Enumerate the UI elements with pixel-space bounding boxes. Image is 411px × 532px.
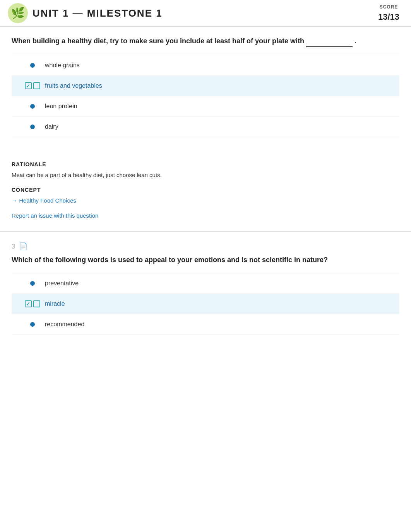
answer-text: dairy [45,122,58,131]
answer-marker [27,298,38,309]
bookmark-icon[interactable]: 📄 [19,241,27,252]
question2-number: 3 [12,242,15,251]
question2-text: Which of the following words is used to … [12,255,399,265]
answer-item[interactable]: fruits and vegetables [12,76,399,96]
dot-icon [30,104,35,109]
rationale-text: Meat can be a part of a healthy diet, ju… [12,171,399,180]
answer-text: fruits and vegetables [45,81,102,90]
check-square-icon [33,82,40,89]
check-icon-group [25,300,40,307]
answer-item[interactable]: dairy [12,117,399,137]
answer-item[interactable]: whole grains [12,55,399,76]
question1-section: When building a healthy diet, try to mak… [0,27,411,151]
answer-text: preventative [45,279,79,288]
answer-text: lean protein [45,102,77,111]
logo-circle: 🌿 [8,3,28,23]
answer-marker [27,278,38,289]
concept-link-text: Healthy Food Choices [19,197,76,204]
question2-answer-list: preventative miracle recommended [12,273,399,335]
logo-leaf-icon: 🌿 [11,5,25,21]
question1-answer-list: whole grains fruits and vegetables [12,55,399,137]
page-container: 🌿 UNIT 1 — MILESTONE 1 SCORE 13/13 When … [0,0,411,341]
dot-icon [30,281,35,286]
answer-marker [27,60,38,71]
answer-item[interactable]: recommended [12,314,399,335]
score-label: SCORE [378,3,399,10]
answer-marker [27,80,38,91]
check-square-icon [25,300,32,307]
question1-blank: ___________ [306,36,353,47]
answer-item[interactable]: miracle [12,294,399,314]
answer-marker [27,319,38,330]
question2-number-row: 3 📄 [12,241,399,252]
question2-section: 3 📄 Which of the following words is used… [0,232,411,341]
header-bar: 🌿 UNIT 1 — MILESTONE 1 SCORE 13/13 [0,0,411,27]
answer-text: whole grains [45,61,80,70]
answer-text: miracle [45,299,65,309]
question1-block: When building a healthy diet, try to mak… [12,36,399,137]
report-issue-link[interactable]: Report an issue with this question [12,212,98,219]
concept-link-arrow: → [12,197,17,204]
rationale-section: RATIONALE Meat can be a part of a health… [0,160,411,220]
dot-icon [30,322,35,327]
score-container: SCORE 13/13 [378,3,399,23]
question1-text: When building a healthy diet, try to mak… [12,36,399,47]
check-icon-group [25,82,40,89]
rationale-heading: RATIONALE [12,160,399,169]
answer-marker [27,101,38,112]
dot-icon [30,63,35,68]
answer-item[interactable]: lean protein [12,96,399,117]
answer-item[interactable]: preventative [12,273,399,294]
unit-title: UNIT 1 — MILESTONE 1 [33,6,163,21]
answer-text: recommended [45,320,84,329]
check-square-icon [33,300,40,307]
question1-text-after: . [354,37,356,45]
answer-marker [27,121,38,132]
question1-text-before: When building a healthy diet, try to mak… [12,37,304,45]
score-value: 13/13 [378,10,399,23]
check-square-icon [25,82,32,89]
concept-link[interactable]: → Healthy Food Choices [12,196,399,205]
dot-icon [30,124,35,129]
concept-heading: CONCEPT [12,186,399,194]
